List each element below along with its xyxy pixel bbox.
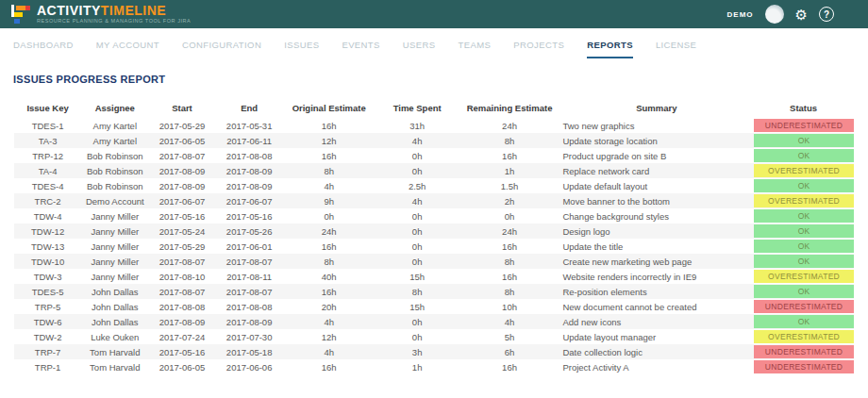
main-nav: DASHBOARDMY ACCOUNTCONFIGURATIONISSUESEV… bbox=[0, 28, 868, 58]
cell-remaining-estimate: 1.5h bbox=[459, 178, 560, 193]
cell-assignee: Bob Robinson bbox=[81, 178, 148, 193]
status-badge: UNDERESTIMATED bbox=[754, 345, 854, 358]
timeline-logo-icon bbox=[11, 5, 31, 24]
cell-remaining-estimate: 16h bbox=[459, 359, 560, 374]
cell-time-spent: 2.5h bbox=[376, 178, 459, 193]
cell-assignee: Janny Miller bbox=[81, 254, 148, 269]
status-badge: OK bbox=[754, 149, 854, 162]
nav-item-dashboard[interactable]: DASHBOARD bbox=[13, 40, 74, 58]
cell-end: 2017-08-09 bbox=[216, 314, 283, 329]
user-label[interactable]: DEMO bbox=[727, 10, 754, 19]
cell-end: 2017-08-08 bbox=[216, 148, 283, 163]
nav-item-license[interactable]: LICENSE bbox=[656, 40, 696, 58]
cell-status: OK bbox=[753, 148, 854, 163]
cell-status: UNDERESTIMATED bbox=[753, 118, 854, 133]
cell-issue-key: TDES-1 bbox=[14, 118, 81, 133]
help-icon[interactable]: ? bbox=[819, 7, 834, 22]
cell-assignee: Tom Harvald bbox=[81, 359, 148, 374]
cell-issue-key: TA-4 bbox=[14, 163, 81, 178]
column-header-status: Status bbox=[753, 100, 854, 118]
table-row: TRP-7Tom Harvald2017-05-162017-05-184h3h… bbox=[14, 344, 854, 359]
cell-remaining-estimate: 24h bbox=[459, 118, 560, 133]
nav-item-configuration[interactable]: CONFIGURATION bbox=[182, 40, 261, 58]
nav-item-teams[interactable]: TEAMS bbox=[459, 40, 492, 58]
table-row: TDW-13Janny Miller2017-05-292017-06-0116… bbox=[14, 239, 854, 254]
table-row: TA-3Amy Kartel2017-06-052017-06-1112h4h8… bbox=[14, 133, 854, 148]
cell-original-estimate: 16h bbox=[283, 118, 376, 133]
cell-end: 2017-08-09 bbox=[216, 178, 283, 193]
column-header-issue-key: Issue Key bbox=[14, 100, 81, 118]
cell-end: 2017-06-11 bbox=[216, 133, 283, 148]
cell-start: 2017-08-09 bbox=[148, 178, 215, 193]
cell-original-estimate: 40h bbox=[283, 269, 376, 284]
cell-end: 2017-05-16 bbox=[216, 208, 283, 224]
cell-original-estimate: 16h bbox=[283, 148, 376, 163]
cell-issue-key: TRP-12 bbox=[14, 148, 81, 163]
gear-icon[interactable]: ⚙ bbox=[795, 8, 808, 22]
table-row: TDW-12Janny Miller2017-05-242017-05-2624… bbox=[14, 224, 854, 239]
cell-status: OK bbox=[753, 133, 854, 148]
cell-remaining-estimate: 8h bbox=[459, 284, 560, 299]
cell-remaining-estimate: 0h bbox=[459, 208, 560, 224]
cell-summary: Product upgrade on site B bbox=[559, 148, 753, 163]
status-badge: OK bbox=[754, 285, 854, 298]
cell-summary: Two new graphics bbox=[559, 118, 753, 133]
cell-remaining-estimate: 5h bbox=[459, 329, 560, 344]
cell-start: 2017-05-29 bbox=[148, 239, 215, 254]
cell-assignee: Tom Harvald bbox=[81, 344, 148, 359]
cell-status: OK bbox=[753, 314, 854, 329]
cell-start: 2017-08-09 bbox=[148, 163, 215, 178]
cell-status: OVERESTIMATED bbox=[753, 329, 854, 344]
status-badge: OK bbox=[754, 240, 854, 253]
cell-status: OK bbox=[753, 178, 854, 193]
cell-status: OVERESTIMATED bbox=[753, 269, 854, 284]
status-badge: OK bbox=[754, 134, 854, 147]
status-badge: OK bbox=[754, 209, 854, 223]
nav-item-users[interactable]: USERS bbox=[403, 40, 436, 58]
cell-remaining-estimate: 8h bbox=[459, 133, 560, 148]
status-badge: OVERESTIMATED bbox=[754, 270, 854, 283]
cell-issue-key: TDW-10 bbox=[14, 254, 81, 269]
nav-item-projects[interactable]: PROJECTS bbox=[513, 40, 564, 58]
cell-status: OK bbox=[753, 224, 854, 239]
column-header-time-spent: Time Spent bbox=[376, 100, 459, 118]
cell-issue-key: TRP-7 bbox=[14, 344, 81, 359]
cell-summary: Re-position elements bbox=[559, 284, 753, 299]
nav-item-events[interactable]: EVENTS bbox=[342, 40, 379, 58]
cell-start: 2017-05-16 bbox=[148, 344, 215, 359]
brand-name-primary: ACTIVITY bbox=[37, 3, 101, 18]
user-avatar[interactable] bbox=[765, 5, 784, 24]
cell-start: 2017-05-29 bbox=[148, 118, 215, 133]
cell-issue-key: TDW-2 bbox=[14, 329, 81, 344]
cell-time-spent: 15h bbox=[376, 269, 459, 284]
cell-remaining-estimate: 8h bbox=[459, 254, 560, 269]
cell-issue-key: TDW-6 bbox=[14, 314, 81, 329]
cell-status: OK bbox=[753, 239, 854, 254]
nav-item-issues[interactable]: ISSUES bbox=[284, 40, 319, 58]
table-row: TDW-2Luke Ouken2017-07-242017-07-3012h0h… bbox=[14, 329, 854, 344]
cell-status: OK bbox=[753, 284, 854, 299]
status-badge: OK bbox=[754, 179, 854, 192]
column-header-summary: Summary bbox=[559, 100, 753, 118]
brand-logo[interactable]: ACTIVITYTIMELINE RESOURCE PLANNING & MAN… bbox=[11, 4, 191, 25]
table-row: TDW-4Janny Miller2017-05-162017-05-160h0… bbox=[14, 208, 854, 224]
cell-time-spent: 15h bbox=[376, 299, 459, 314]
nav-item-my-account[interactable]: MY ACCOUNT bbox=[96, 40, 159, 58]
table-row: TA-4Bob Robinson2017-08-092017-08-098h0h… bbox=[14, 163, 854, 178]
cell-start: 2017-08-07 bbox=[148, 254, 215, 269]
cell-start: 2017-05-24 bbox=[148, 224, 215, 239]
cell-assignee: Bob Robinson bbox=[81, 163, 148, 178]
nav-item-reports[interactable]: REPORTS bbox=[587, 40, 633, 58]
cell-original-estimate: 12h bbox=[283, 329, 376, 344]
cell-original-estimate: 24h bbox=[283, 224, 376, 239]
cell-time-spent: 0h bbox=[376, 148, 459, 163]
cell-summary: Project Activity A bbox=[559, 359, 753, 374]
page-title: ISSUES PROGRESS REPORT bbox=[13, 74, 868, 85]
cell-time-spent: 0h bbox=[376, 163, 459, 178]
cell-summary: Update storage location bbox=[559, 133, 753, 148]
cell-original-estimate: 16h bbox=[283, 239, 376, 254]
table-row: TRP-1Tom Harvald2017-06-052017-06-0616h1… bbox=[14, 359, 854, 374]
cell-assignee: Janny Miller bbox=[81, 224, 148, 239]
column-header-original-estimate: Original Estimate bbox=[283, 100, 376, 118]
cell-remaining-estimate: 24h bbox=[459, 224, 560, 239]
